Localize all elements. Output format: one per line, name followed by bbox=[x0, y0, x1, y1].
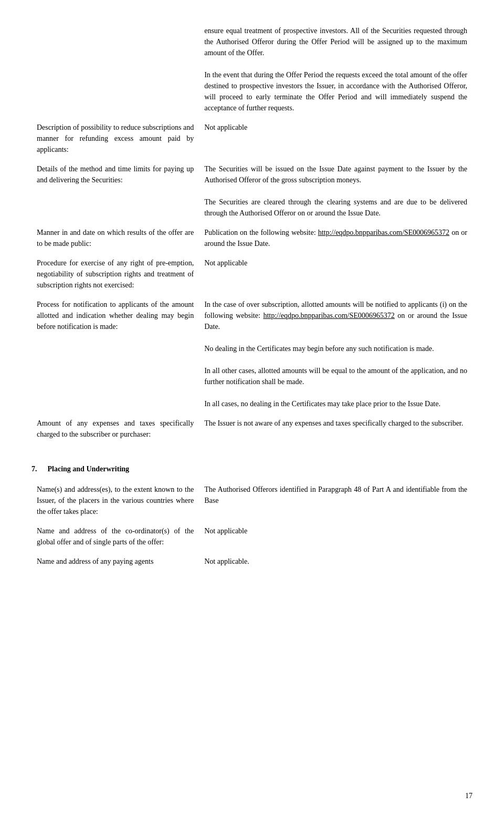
table-row: Name(s) and address(es), to the extent k… bbox=[32, 480, 472, 521]
table-row: Details of the method and time limits fo… bbox=[32, 159, 472, 223]
left-cell-coordinator: Name and address of the co-ordinator(s) … bbox=[32, 521, 199, 552]
left-cell-method: Details of the method and time limits fo… bbox=[32, 159, 199, 223]
link-publication[interactable]: http://eqdpo.bnpparibas.com/SE0006965372 bbox=[318, 229, 449, 236]
main-table: ensure equal treatment of prospective in… bbox=[32, 21, 472, 444]
right-cell-paying-agents: Not applicable. bbox=[199, 552, 472, 571]
section-title: Placing and Underwriting bbox=[48, 465, 130, 473]
right-cell-coordinator: Not applicable bbox=[199, 521, 472, 552]
para-other-cases: In all other cases, allotted amounts wil… bbox=[204, 365, 467, 387]
para-event: In the event that during the Offer Perio… bbox=[204, 69, 467, 113]
table-row: Amount of any expenses and taxes specifi… bbox=[32, 414, 472, 444]
table-row: Procedure for exercise of any right of p… bbox=[32, 253, 472, 295]
left-cell-procedure: Procedure for exercise of any right of p… bbox=[32, 253, 199, 295]
left-cell-top bbox=[32, 21, 199, 118]
link-notification[interactable]: http://eqdpo.bnpparibas.com/SE0006965372 bbox=[263, 312, 394, 319]
para-cleared: The Securities are cleared through the c… bbox=[204, 197, 467, 219]
para-issued: The Securities will be issued on the Iss… bbox=[204, 163, 467, 185]
para-all-cases: In all cases, no dealing in the Certific… bbox=[204, 398, 467, 409]
left-cell-process: Process for notification to applicants o… bbox=[32, 295, 199, 414]
para-publication: Publication on the following website: ht… bbox=[204, 227, 467, 249]
table-row: Description of possibility to reduce sub… bbox=[32, 118, 472, 159]
para-no-dealing: No dealing in the Certificates may begin… bbox=[204, 343, 467, 354]
section-number: 7. bbox=[32, 465, 37, 473]
table-row: Process for notification to applicants o… bbox=[32, 295, 472, 414]
right-cell-method: The Securities will be issued on the Iss… bbox=[199, 159, 472, 223]
section-7-heading: 7.Placing and Underwriting bbox=[32, 465, 472, 473]
right-cell-placers: The Authorised Offerors identified in Pa… bbox=[199, 480, 472, 521]
section-7-table: Name(s) and address(es), to the extent k… bbox=[32, 480, 472, 571]
page: ensure equal treatment of prospective in… bbox=[0, 0, 504, 816]
para-ensure: ensure equal treatment of prospective in… bbox=[204, 25, 467, 58]
table-row: Name and address of the co-ordinator(s) … bbox=[32, 521, 472, 552]
para-oversubscription: In the case of over subscription, allott… bbox=[204, 299, 467, 332]
left-cell-description: Description of possibility to reduce sub… bbox=[32, 118, 199, 159]
right-cell-description: Not applicable bbox=[199, 118, 472, 159]
table-row: Manner in and date on which results of t… bbox=[32, 223, 472, 253]
right-cell-expenses: The Issuer is not aware of any expenses … bbox=[199, 414, 472, 444]
left-cell-paying-agents: Name and address of any paying agents bbox=[32, 552, 199, 571]
right-cell-process: In the case of over subscription, allott… bbox=[199, 295, 472, 414]
right-cell-manner: Publication on the following website: ht… bbox=[199, 223, 472, 253]
left-cell-expenses: Amount of any expenses and taxes specifi… bbox=[32, 414, 199, 444]
left-cell-placers: Name(s) and address(es), to the extent k… bbox=[32, 480, 199, 521]
right-cell-top: ensure equal treatment of prospective in… bbox=[199, 21, 472, 118]
table-row: ensure equal treatment of prospective in… bbox=[32, 21, 472, 118]
left-cell-manner: Manner in and date on which results of t… bbox=[32, 223, 199, 253]
page-number: 17 bbox=[465, 792, 472, 800]
table-row: Name and address of any paying agents No… bbox=[32, 552, 472, 571]
right-cell-procedure: Not applicable bbox=[199, 253, 472, 295]
